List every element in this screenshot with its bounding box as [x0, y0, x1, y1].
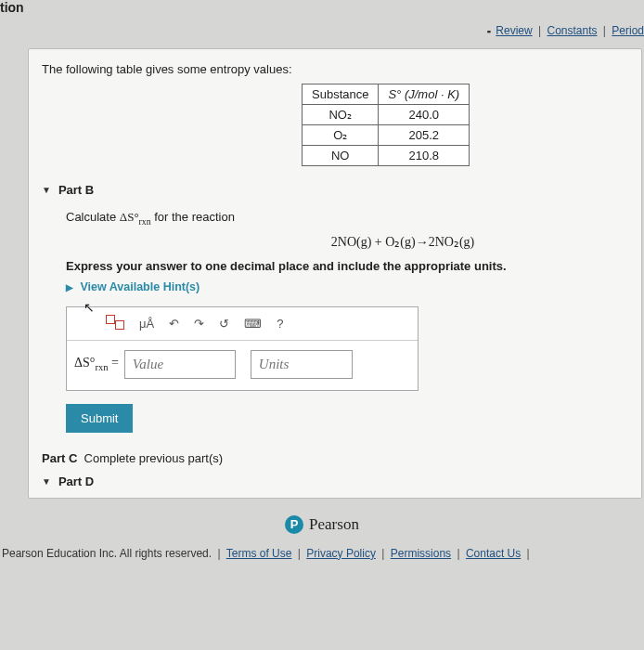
answer-box: μÅ ↶ ↷ ↺ ⌨ ? ↖ ΔS°rxn =	[66, 306, 419, 391]
page-header-fragment: tion	[0, 0, 644, 9]
chevron-down-icon[interactable]: ▼	[42, 476, 51, 487]
cursor-icon: ↖	[84, 300, 95, 315]
periodic-link[interactable]: Period	[612, 24, 644, 37]
permissions-link[interactable]: Permissions	[391, 547, 451, 560]
pearson-logo: P Pearson	[0, 515, 644, 534]
undo-icon[interactable]: ↶	[167, 315, 181, 332]
table-row: NO₂ 240.0	[303, 105, 470, 125]
contact-link[interactable]: Contact Us	[466, 547, 521, 560]
calc-prompt: Calculate ΔS°rxn for the reaction	[66, 210, 628, 227]
part-b-title: Part B	[58, 183, 94, 197]
reaction-equation: 2NO(g) + O₂(g)→2NO₂(g)	[177, 234, 628, 250]
template-icon[interactable]	[104, 313, 126, 334]
th-substance: Substance	[303, 84, 379, 105]
table-row: NO 210.8	[303, 146, 470, 166]
part-d-title: Part D	[58, 474, 94, 488]
answer-instructions: Express your answer to one decimal place…	[66, 259, 628, 273]
units-input[interactable]	[251, 350, 353, 379]
top-links: ▪▪ Review | Constants | Period	[0, 17, 644, 45]
view-hints-link[interactable]: ▶ View Available Hint(s)	[66, 280, 628, 293]
redo-icon[interactable]: ↷	[192, 315, 206, 332]
footer: Pearson Education Inc. All rights reserv…	[0, 543, 644, 560]
chevron-down-icon[interactable]: ▼	[42, 185, 51, 195]
terms-link[interactable]: Terms of Use	[226, 547, 292, 560]
part-c: Part C Complete previous part(s)	[42, 451, 628, 465]
review-link[interactable]: Review	[496, 24, 532, 37]
value-input[interactable]	[124, 350, 236, 379]
constants-link[interactable]: Constants	[547, 24, 597, 37]
special-chars-button[interactable]: μÅ	[137, 315, 156, 332]
submit-button[interactable]: Submit	[66, 404, 133, 433]
table-row: O₂ 205.2	[303, 125, 470, 146]
privacy-link[interactable]: Privacy Policy	[306, 547, 376, 560]
reset-icon[interactable]: ↺	[217, 315, 231, 332]
part-b-header[interactable]: ▼ Part B	[42, 183, 628, 197]
chevron-right-icon: ▶	[66, 282, 73, 292]
intro-text: The following table gives some entropy v…	[42, 62, 628, 76]
part-d-header[interactable]: ▼ Part D	[42, 474, 628, 488]
problem-card: The following table gives some entropy v…	[28, 48, 642, 499]
pearson-p-icon: P	[285, 515, 303, 534]
grid-icon: ▪▪	[487, 27, 489, 36]
help-button[interactable]: ?	[275, 315, 285, 332]
keyboard-icon[interactable]: ⌨	[242, 315, 264, 332]
entropy-table: Substance S° (J/mol · K) NO₂ 240.0 O₂ 20…	[302, 84, 470, 166]
answer-prefix: ΔS°rxn =	[74, 356, 119, 372]
th-s: S° (J/mol · K)	[379, 84, 470, 105]
answer-toolbar: μÅ ↶ ↷ ↺ ⌨ ?	[67, 307, 418, 341]
